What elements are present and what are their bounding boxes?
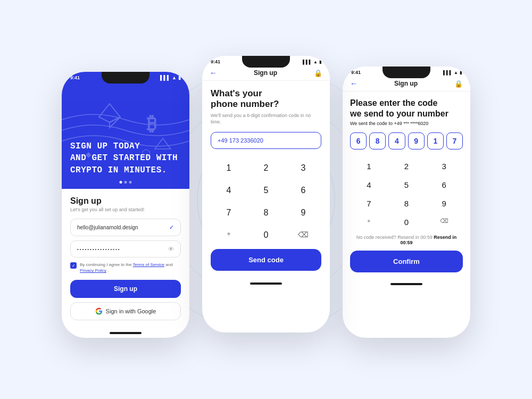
signal-icon-2: ▌▌▌ <box>303 60 312 64</box>
numpad-key-5[interactable]: 5 <box>248 180 284 201</box>
phone-3-enter-code: 9:41 ▌▌▌ ▲ ▮ ← Sign up 🔒 Please enter th… <box>343 66 470 338</box>
phone-page-subtitle: We'll send you a 6-digit confirmation co… <box>211 112 321 126</box>
numpad-key-6[interactable]: 6 <box>285 180 321 201</box>
notch-3 <box>383 66 430 78</box>
code-digit-5[interactable]: 1 <box>427 132 444 149</box>
terms-middle: and <box>165 262 172 267</box>
numpad-key-8[interactable]: 8 <box>248 202 284 223</box>
signup-button[interactable]: Sign up <box>70 280 181 298</box>
terms-text: By continuing I agree to the Terms of Se… <box>80 262 181 273</box>
numpad-key-4[interactable]: 4 <box>211 180 247 201</box>
hero-banner: 9:41 ▌▌▌ ▲ ▮ ₿ ⬡ <box>62 72 189 189</box>
terms-link-service[interactable]: Terms of Service <box>132 262 164 267</box>
signup-subtitle: Let's get you all set up and started! <box>70 207 181 212</box>
google-logo-icon <box>95 307 103 315</box>
resend-link[interactable]: Resend in 00:59 <box>397 235 433 240</box>
send-code-button[interactable]: Send code <box>211 249 321 271</box>
terms-row: ✓ By continuing I agree to the Terms of … <box>70 262 181 273</box>
numpad-key-2[interactable]: 2 <box>248 157 284 179</box>
phone-number-input[interactable]: +49 173 2336020 <box>211 132 321 149</box>
battery-icon-3: ▮ <box>460 70 462 75</box>
numpad3-key-7[interactable]: 7 <box>350 194 388 213</box>
numpad3-key-1[interactable]: 1 <box>350 157 388 176</box>
subtitle-text: We sent the code to <box>350 121 394 126</box>
svg-text:₿: ₿ <box>147 113 156 135</box>
numpad3-key-2[interactable]: 2 <box>388 157 426 176</box>
code-digit-3[interactable]: 4 <box>388 132 405 149</box>
resend-text: No code received? <box>356 235 396 240</box>
header-title-3: Sign up <box>394 80 418 87</box>
numpad3-key-5[interactable]: 5 <box>388 176 426 194</box>
numpad-3: 1 2 3 4 5 6 7 8 9 + 0 ⌫ <box>350 157 463 231</box>
status-icons-1: ▌▌▌ ▲ ▮ <box>160 75 181 80</box>
numpad-backspace[interactable]: ⌫ <box>285 225 321 246</box>
battery-icon-2: ▮ <box>319 60 321 64</box>
numpad3-key-3[interactable]: 3 <box>425 157 463 176</box>
svg-marker-2 <box>110 117 120 128</box>
numpad3-key-8[interactable]: 8 <box>388 194 426 213</box>
signal-icon-3: ▌▌▌ <box>443 70 452 75</box>
back-button-2[interactable]: ← <box>210 69 217 77</box>
status-icons-3: ▌▌▌ ▲ ▮ <box>443 70 462 75</box>
numpad-key-plus[interactable]: + <box>211 225 247 246</box>
dot-1 <box>120 181 122 184</box>
numpad3-key-4[interactable]: 4 <box>350 176 388 194</box>
code-digit-4[interactable]: 9 <box>408 132 425 149</box>
time-1: 9:41 <box>70 75 80 80</box>
terms-prefix: By continuing I agree to the <box>80 262 132 267</box>
wifi-icon-3: ▲ <box>454 70 458 75</box>
eye-icon: 👁 <box>168 246 174 252</box>
numpad3-backspace[interactable]: ⌫ <box>425 213 463 231</box>
code-digit-6[interactable]: 7 <box>446 132 463 149</box>
password-input[interactable]: ••••••••••••••••• 👁 <box>70 240 181 257</box>
code-digits-row: 6 8 4 9 1 7 <box>350 132 463 149</box>
lock-icon-3: 🔒 <box>454 80 463 88</box>
email-value: hello@julianarnold.design <box>77 225 138 230</box>
numpad-key-1[interactable]: 1 <box>211 157 247 179</box>
email-input[interactable]: hello@julianarnold.design ✓ <box>70 219 181 236</box>
home-indicator-1 <box>110 332 142 334</box>
numpad3-key-plus[interactable]: + <box>350 213 388 231</box>
numpad-key-7[interactable]: 7 <box>211 202 247 223</box>
confirm-button[interactable]: Confirm <box>350 251 463 272</box>
phone-page-title: What's your phone number? <box>211 88 321 110</box>
code-digit-2[interactable]: 8 <box>369 132 386 149</box>
time-3: 9:41 <box>351 70 361 75</box>
signal-icon: ▌▌▌ <box>160 75 170 80</box>
battery-icon: ▮ <box>178 75 181 80</box>
phone-3-body: Please enter the code we send to your nu… <box>343 92 470 279</box>
numpad-key-3[interactable]: 3 <box>285 157 321 179</box>
home-indicator-3 <box>390 283 422 285</box>
numpad3-key-6[interactable]: 6 <box>425 176 463 194</box>
code-digit-1[interactable]: 6 <box>350 132 367 149</box>
dot-3 <box>129 181 132 184</box>
google-button-label: Sign in with Google <box>106 308 156 314</box>
code-page-subtitle: We sent the code to +49 *** ****6020 <box>350 121 463 126</box>
terms-link-privacy[interactable]: Privacy Policy <box>80 268 106 273</box>
hero-text: SIGN UP TODAY AND GET STARTED WITH CRYPT… <box>70 140 181 176</box>
phones-container: 9:41 ▌▌▌ ▲ ▮ ₿ ⬡ <box>62 61 470 338</box>
wifi-icon-2: ▲ <box>313 60 318 64</box>
numpad3-key-9[interactable]: 9 <box>425 194 463 213</box>
password-value: ••••••••••••••••• <box>77 247 121 252</box>
back-button-3[interactable]: ← <box>350 79 358 88</box>
terms-end: . <box>107 268 109 273</box>
header-title-2: Sign up <box>254 69 277 77</box>
code-page-title: Please enter the code we send to your nu… <box>350 98 463 119</box>
terms-checkbox[interactable]: ✓ <box>70 262 77 269</box>
lock-icon-2: 🔒 <box>314 69 322 77</box>
wifi-icon: ▲ <box>172 75 177 80</box>
phone-2-header-bar: ← Sign up 🔒 <box>202 65 330 81</box>
numpad-2: 1 2 3 4 5 6 7 8 9 + 0 ⌫ <box>211 157 321 246</box>
numpad-key-0[interactable]: 0 <box>248 225 284 246</box>
home-indicator-2 <box>250 282 282 285</box>
notch-1 <box>102 72 149 84</box>
phone-1-body: Sign up Let's get you all set up and sta… <box>62 189 189 328</box>
status-icons-2: ▌▌▌ ▲ ▮ <box>303 60 321 64</box>
google-signin-button[interactable]: Sign in with Google <box>70 302 181 320</box>
phone-2-body: What's your phone number? We'll send you… <box>202 81 330 278</box>
numpad-key-9[interactable]: 9 <box>285 202 321 223</box>
notch-2 <box>242 56 290 68</box>
numpad3-key-0[interactable]: 0 <box>388 213 426 231</box>
dot-2 <box>124 181 127 184</box>
